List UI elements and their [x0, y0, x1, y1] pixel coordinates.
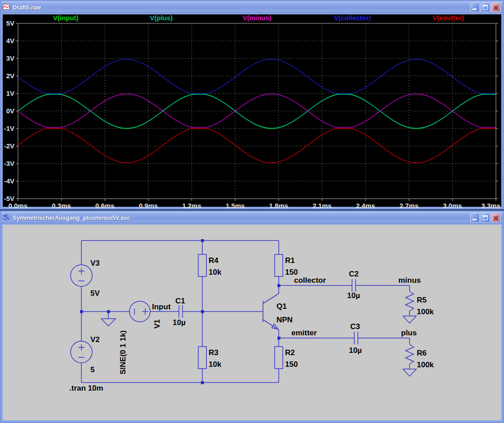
- trace-4[interactable]: [18, 129, 496, 163]
- y-tick-label: -5V: [4, 195, 14, 202]
- schematic-drawing[interactable]: V3 5V V2 5 .tran 10m SINE(0 1 1k) V1 Inp…: [3, 225, 504, 423]
- close-icon: [491, 3, 500, 12]
- q1-ref-label[interactable]: Q1: [277, 302, 287, 311]
- junction: [277, 337, 281, 340]
- x-tick-label: 1.8ms: [269, 202, 289, 209]
- ground-symbol-r6[interactable]: [403, 369, 416, 376]
- y-tick-label: 4V: [6, 37, 14, 45]
- capacitor-c2[interactable]: [352, 279, 356, 292]
- v1-ref-label[interactable]: V1: [153, 319, 161, 329]
- waveform-window: Draft5.raw V(input)V(plus)V(minus)V(coll…: [0, 0, 504, 209]
- junction: [107, 310, 110, 313]
- schematic-file-icon: [3, 214, 10, 221]
- wire-c2-to-r5[interactable]: [356, 285, 410, 291]
- close-icon: [491, 214, 500, 222]
- y-tick-label: 1V: [6, 89, 14, 97]
- resistor-r3[interactable]: [198, 347, 206, 369]
- r2-ref-label[interactable]: R2: [285, 348, 295, 357]
- transistor-q1[interactable]: [263, 285, 279, 338]
- ground-symbol-input[interactable]: [101, 312, 116, 326]
- waveform-window-title: Draft5.raw: [13, 4, 468, 11]
- c1-value-label[interactable]: 10µ: [173, 318, 186, 327]
- plot-border: [18, 23, 496, 199]
- resistor-r4[interactable]: [198, 254, 206, 276]
- r2-value-label[interactable]: 150: [285, 360, 298, 369]
- c3-value-label[interactable]: 10µ: [349, 346, 362, 355]
- y-tick-label: -2V: [4, 142, 14, 150]
- r1-ref-label[interactable]: R1: [285, 256, 295, 265]
- v2-ref-label[interactable]: V2: [90, 335, 100, 344]
- trace-3[interactable]: [18, 59, 496, 94]
- spice-directive[interactable]: .tran 10m: [69, 384, 103, 392]
- trace-0[interactable]: [18, 94, 496, 129]
- minimize-icon: [473, 9, 477, 10]
- x-tick-label: 2.7ms: [399, 202, 419, 209]
- maximize-icon: [483, 215, 488, 220]
- x-tick-label: 0.3ms: [52, 202, 71, 209]
- legend-trace-2[interactable]: V(minus): [242, 14, 271, 22]
- junction: [201, 239, 204, 242]
- c2-ref-label[interactable]: C2: [349, 270, 359, 278]
- net-label-plus[interactable]: plus: [401, 329, 417, 337]
- r6-value-label[interactable]: 100k: [417, 361, 434, 369]
- r6-ref-label[interactable]: R6: [417, 349, 427, 357]
- c3-ref-label[interactable]: C3: [350, 322, 360, 331]
- x-tick-label: 0.0ms: [9, 202, 28, 209]
- v2-value-label[interactable]: 5: [90, 365, 94, 374]
- net-label-collector[interactable]: collector: [294, 276, 326, 285]
- y-tick-label: -4V: [4, 177, 14, 185]
- waveform-maximize-button[interactable]: [481, 3, 490, 12]
- schematic-canvas[interactable]: V3 5V V2 5 .tran 10m SINE(0 1 1k) V1 Inp…: [3, 225, 501, 420]
- x-tick-label: 3.0ms: [443, 202, 462, 209]
- resistor-r1[interactable]: [275, 254, 283, 276]
- waveform-plot[interactable]: V(input)V(plus)V(minus)V(collector)V(emi…: [3, 14, 504, 209]
- v3-value-label[interactable]: 5V: [90, 289, 100, 298]
- schematic-titlebar[interactable]: SymmetrischerAusgang_plusminus5V.asc: [1, 212, 503, 223]
- capacitor-c3[interactable]: [354, 332, 358, 344]
- c1-ref-label[interactable]: C1: [175, 297, 185, 305]
- y-tick-label: -1V: [4, 125, 14, 132]
- r5-value-label[interactable]: 100k: [417, 307, 434, 316]
- waveform-titlebar[interactable]: Draft5.raw: [1, 1, 503, 13]
- x-tick-label: 2.1ms: [312, 202, 332, 209]
- r4-value-label[interactable]: 10k: [209, 268, 222, 276]
- r5-ref-label[interactable]: R5: [417, 296, 427, 304]
- ground-symbol-r5[interactable]: [403, 316, 416, 323]
- x-tick-label: 3.3ms: [481, 202, 500, 209]
- v3-ref-label[interactable]: V3: [90, 259, 100, 267]
- schematic-minimize-button[interactable]: [470, 213, 480, 223]
- resistor-r5[interactable]: [406, 291, 414, 316]
- net-label-emitter[interactable]: emitter: [291, 329, 317, 337]
- junction: [201, 381, 204, 384]
- net-label-input[interactable]: Input: [152, 303, 171, 311]
- capacitor-c1[interactable]: [179, 305, 183, 318]
- q1-value-label[interactable]: NPN: [277, 316, 293, 324]
- r3-ref-label[interactable]: R3: [209, 348, 219, 357]
- resistor-r6[interactable]: [406, 344, 414, 369]
- v1-value-label[interactable]: SINE(0 1 1k): [119, 330, 127, 374]
- waveform-minimize-button[interactable]: [470, 3, 480, 12]
- legend-trace-3[interactable]: V(collector): [334, 14, 371, 22]
- y-tick-label: 2V: [6, 72, 14, 80]
- minimize-icon: [473, 219, 477, 220]
- schematic-close-button[interactable]: [491, 213, 500, 223]
- legend-trace-4[interactable]: V(emitter): [433, 14, 464, 22]
- junction: [201, 310, 204, 313]
- resistor-r2[interactable]: [275, 347, 283, 369]
- schematic-maximize-button[interactable]: [481, 213, 490, 223]
- waveform-close-button[interactable]: [491, 3, 500, 12]
- wire-c3-to-r6[interactable]: [358, 338, 410, 344]
- net-label-minus[interactable]: minus: [398, 276, 421, 285]
- v3-plus-icon: [78, 268, 85, 274]
- schematic-window-title: SymmetrischerAusgang_plusminus5V.asc: [13, 214, 468, 221]
- v2-plus-icon: [78, 344, 85, 351]
- r3-value-label[interactable]: 10k: [209, 360, 222, 369]
- c2-value-label[interactable]: 10µ: [347, 291, 360, 300]
- legend-trace-1[interactable]: V(plus): [150, 14, 173, 22]
- legend-trace-0[interactable]: V(input): [53, 14, 79, 22]
- r4-ref-label[interactable]: R4: [209, 256, 219, 265]
- waveform-plot-area[interactable]: V(input)V(plus)V(minus)V(collector)V(emi…: [3, 14, 501, 207]
- r1-value-label[interactable]: 150: [285, 268, 298, 276]
- v1-plus-icon: [142, 308, 148, 315]
- maximize-icon: [483, 5, 488, 10]
